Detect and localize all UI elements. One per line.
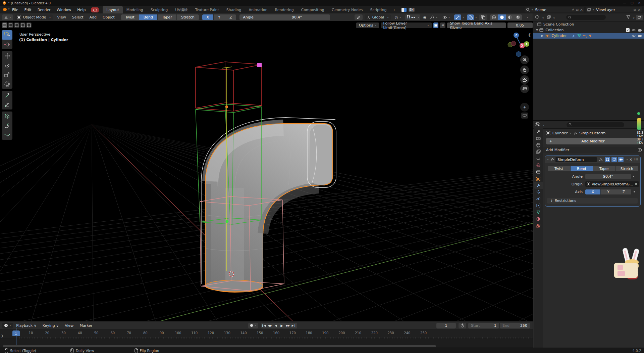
tab-compositing[interactable]: Compositing (298, 6, 328, 13)
modifier-origin-field[interactable]: ViewSimpleDeformG... ✕ (585, 181, 639, 187)
clear-icon[interactable]: ✕ (635, 182, 638, 186)
end-frame-field[interactable]: End 250 (500, 323, 530, 328)
drag-handle[interactable]: ⠿⠿ (634, 158, 638, 161)
breadcrumb-object[interactable]: Cylinder (552, 131, 568, 135)
perspective-toggle-button[interactable] (520, 84, 529, 93)
ime-icon[interactable] (401, 8, 407, 12)
modifier-axis-x[interactable]: X (585, 189, 601, 194)
language-badge[interactable]: EN (409, 8, 415, 12)
gizmo-box-toggle[interactable]: ▣ (433, 23, 438, 28)
properties-editor-type[interactable]: ∨ (535, 122, 544, 127)
outliner-row-collection[interactable]: ▼ Collection ✓ (533, 27, 644, 33)
menu-file[interactable]: File (9, 8, 21, 12)
tool-annotate[interactable] (2, 91, 12, 100)
overlays-toggle[interactable] (467, 14, 474, 20)
jump-to-end-button[interactable]: ▶❙ (291, 323, 297, 328)
camera-view-button[interactable] (520, 75, 529, 84)
select-mode-extend[interactable] (8, 23, 13, 28)
tool-hook[interactable] (2, 121, 12, 130)
tab-render-icon[interactable] (534, 135, 543, 142)
deform-bend[interactable]: Bend (139, 14, 158, 20)
proportional-edit-toggle[interactable]: ◉ (422, 14, 428, 20)
limit-dropdown[interactable]: Follow Lower Limit(Green)∨ (381, 23, 432, 28)
timeline-editor-type[interactable]: ∨ (2, 323, 13, 328)
timeline-menu-marker[interactable]: Marker (76, 323, 95, 328)
gizmo-lower-handle[interactable] (226, 220, 229, 223)
tab-particles-icon[interactable] (534, 189, 543, 195)
modifier-axis-z[interactable]: Z (616, 189, 632, 194)
mode-selector[interactable]: Object Mode ∨ (15, 14, 53, 20)
current-frame-field[interactable]: 1 (436, 323, 456, 328)
breadcrumb-modifier[interactable]: SimpleDeform (579, 131, 605, 135)
falloff-dropdown[interactable]: ∨ (429, 14, 438, 20)
snap-origin-toggle[interactable]: ✳ (440, 23, 445, 28)
modifier-deform-taper[interactable]: Taper (593, 166, 616, 171)
modifier-extras-dropdown[interactable]: ∨ (626, 158, 628, 161)
tool-curve-draw[interactable] (2, 130, 12, 140)
start-frame-field[interactable]: Start 1 (468, 323, 499, 328)
size-field[interactable]: 0.05 (507, 23, 533, 28)
disclosure-triangle[interactable]: ▼ (536, 29, 538, 32)
chevron-down-icon[interactable]: ∨ (418, 16, 419, 19)
outliner-display-mode[interactable]: ∨ (535, 15, 544, 20)
tool-transform[interactable] (2, 79, 12, 89)
modifier-name-input[interactable]: SimpleDeform (555, 157, 597, 162)
menu-window[interactable]: Window (54, 8, 74, 12)
tab-shading[interactable]: Shading (223, 6, 245, 13)
screen-overlay-button[interactable] (521, 113, 528, 119)
visibility-dropdown[interactable]: ∨ (440, 14, 452, 20)
tool-move[interactable] (2, 51, 12, 60)
modifier-close-button[interactable]: ✕ (629, 158, 632, 162)
tab-constraints-icon[interactable] (534, 202, 543, 209)
power-button[interactable] (91, 7, 99, 12)
auto-keying-button[interactable]: ∨ (248, 323, 258, 328)
viewport-3d[interactable]: Options∨ Follow Lower Limit(Green)∨ ▣ ✳ … (0, 21, 533, 321)
deform-taper[interactable]: Taper (158, 14, 177, 20)
display-render-toggle[interactable] (618, 157, 624, 162)
outliner-filter-button[interactable]: ∨ (626, 15, 636, 20)
animate-dot[interactable] (634, 191, 635, 192)
maximize-button[interactable]: ▢ (631, 1, 634, 5)
use-preview-range-button[interactable] (459, 323, 466, 328)
gizmos-toggle[interactable] (454, 14, 461, 20)
eyedropper-button[interactable] (355, 14, 363, 20)
outliner-row-cylinder[interactable]: ▶ ▼ Cylinder ⌐2 ▼ (533, 33, 644, 39)
play-button[interactable]: ▶ (279, 323, 285, 328)
outliner-row-scene-collection[interactable]: Scene Collection (533, 21, 644, 27)
tab-material-icon[interactable] (534, 216, 543, 222)
select-mode-intersect[interactable] (26, 23, 32, 28)
blender-menu-icon[interactable] (3, 8, 8, 12)
shading-rendered-button[interactable] (514, 14, 522, 20)
tab-sculpting[interactable]: Sculpting (147, 6, 171, 13)
play-reverse-button[interactable]: ◀ (273, 323, 279, 328)
tab-physics-icon[interactable] (534, 195, 543, 202)
gizmo-upper-handle[interactable] (225, 105, 228, 108)
tab-viewlayer-icon[interactable] (534, 148, 543, 155)
viewlayer-selector[interactable]: ∨ ViewLayer ⧉ ✕ (586, 7, 642, 12)
tab-data-icon[interactable] (534, 209, 543, 216)
new-collection-button[interactable] (636, 15, 643, 20)
tool-measure[interactable] (2, 100, 12, 109)
display-on-cage-toggle[interactable] (598, 157, 603, 162)
tool-select-box[interactable] (2, 30, 12, 40)
copy-icon[interactable]: ⧉ (634, 8, 636, 12)
display-realtime-toggle[interactable] (611, 157, 617, 162)
tool-scale[interactable] (2, 70, 12, 79)
menu-help[interactable]: Help (74, 8, 89, 12)
tab-scene-icon[interactable] (534, 155, 543, 162)
options-dropdown[interactable]: Options∨ (356, 23, 379, 28)
pivot-dropdown[interactable]: ◎∨ (393, 14, 403, 20)
panel-expand-icon[interactable]: ∨ (547, 158, 549, 161)
axis-x[interactable]: X (202, 14, 214, 20)
tab-animation[interactable]: Animation (245, 6, 271, 13)
deform-twist[interactable]: Twist (121, 14, 139, 20)
angle-field[interactable]: Angle 90.4° (239, 14, 330, 20)
gizmo-neg-y[interactable] (511, 41, 516, 46)
checkbox-icon[interactable]: ✓ (626, 28, 630, 32)
axis-y[interactable]: Y (214, 14, 225, 20)
select-mode-new[interactable] (2, 23, 7, 28)
editor-type-button[interactable]: ∨ (2, 14, 13, 20)
eye-icon[interactable] (632, 34, 636, 37)
gizmo-neg-z[interactable] (516, 52, 521, 57)
timeline-menu-playback[interactable]: Playback ∨ (13, 323, 40, 328)
